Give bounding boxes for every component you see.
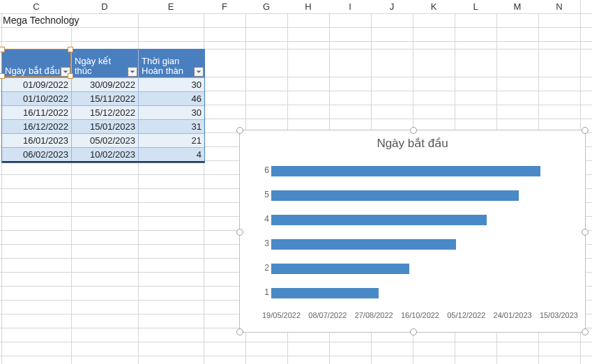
table-row[interactable]: 16/12/202215/01/202331 — [2, 119, 204, 133]
chart-x-axis: 19/05/202208/07/202227/08/202216/10/2022… — [262, 311, 578, 325]
table-cell[interactable]: 21 — [139, 133, 204, 147]
table-row[interactable]: 01/09/202230/09/202230 — [2, 77, 204, 91]
chart-bar[interactable] — [271, 190, 519, 201]
chart-bar[interactable] — [271, 239, 456, 250]
chart-x-tick: 05/12/2022 — [447, 311, 485, 325]
resize-handle-icon[interactable] — [582, 127, 589, 134]
col-header[interactable]: J — [371, 0, 413, 13]
table-row[interactable]: 16/11/202215/12/202230 — [2, 105, 204, 119]
col-header[interactable]: F — [204, 0, 245, 13]
table-cell[interactable]: 01/09/2022 — [2, 77, 72, 91]
header-label: Ngày bắt đầu — [5, 66, 60, 76]
table-row[interactable]: 06/02/202310/02/20234 — [2, 147, 204, 162]
chart-bar[interactable] — [271, 264, 409, 274]
col-header[interactable]: E — [138, 0, 204, 13]
table-cell[interactable]: 30 — [139, 105, 204, 119]
chart-bar[interactable] — [271, 215, 487, 225]
resize-handle-icon[interactable] — [582, 328, 589, 335]
resize-handle-icon[interactable] — [236, 127, 243, 134]
chart-x-tick: 19/05/2022 — [262, 311, 301, 325]
table-cell[interactable]: 4 — [139, 147, 204, 161]
chart-plot-area[interactable] — [271, 158, 577, 304]
table-cell[interactable]: 16/11/2022 — [2, 105, 72, 119]
table-header-start[interactable]: Ngày bắt đầu — [2, 50, 72, 77]
col-header[interactable]: K — [413, 0, 455, 13]
header-label: Thời gian Hoàn thàn — [142, 56, 195, 76]
table-cell[interactable]: 15/01/2023 — [72, 119, 139, 133]
title-cell[interactable]: Mega Technology — [1, 14, 79, 27]
table-cell[interactable]: 46 — [139, 91, 204, 105]
data-table: Ngày bắt đầu Ngày kết thúc Thời gian Hoà… — [1, 49, 205, 163]
col-header[interactable]: L — [455, 0, 496, 13]
table-cell[interactable]: 16/12/2022 — [2, 119, 72, 133]
table-cell[interactable]: 10/02/2023 — [72, 147, 139, 161]
filter-dropdown-icon[interactable] — [61, 67, 70, 77]
chart-bar[interactable] — [271, 288, 379, 298]
col-header[interactable]: D — [71, 0, 138, 13]
table-cell[interactable]: 15/11/2022 — [72, 91, 139, 105]
resize-handle-icon[interactable] — [582, 229, 589, 236]
table-row[interactable]: 01/10/202215/11/202246 — [2, 91, 204, 105]
resize-handle-icon[interactable] — [236, 328, 243, 335]
col-header[interactable]: N — [538, 0, 580, 13]
chart-bar[interactable] — [271, 166, 540, 176]
table-header-end[interactable]: Ngày kết thúc — [72, 50, 139, 77]
resize-handle-icon[interactable] — [410, 127, 417, 134]
table-cell[interactable]: 16/01/2023 — [2, 133, 72, 147]
header-label: Ngày kết thúc — [75, 56, 128, 76]
table-cell[interactable]: 06/02/2023 — [2, 147, 72, 161]
chart-x-tick: 15/03/2023 — [540, 311, 578, 325]
table-cell[interactable]: 30/09/2022 — [72, 77, 139, 91]
chart-x-tick: 08/07/2022 — [308, 311, 347, 325]
table-cell[interactable]: 05/02/2023 — [72, 133, 139, 147]
table-cell[interactable]: 15/12/2022 — [72, 105, 139, 119]
filter-dropdown-icon[interactable] — [194, 67, 204, 77]
table-cell[interactable]: 30 — [139, 77, 204, 91]
chart-x-tick: 24/01/2023 — [494, 311, 532, 325]
table-row[interactable]: 16/01/202305/02/202321 — [2, 133, 204, 147]
table-cell[interactable]: 01/10/2022 — [2, 91, 72, 105]
chart-x-tick: 27/08/2022 — [355, 311, 393, 325]
col-header[interactable]: H — [287, 0, 329, 13]
table-cell[interactable]: 31 — [139, 119, 204, 133]
chart-y-tick: 6 — [261, 165, 269, 175]
filter-dropdown-icon[interactable] — [128, 67, 137, 77]
chart-y-tick: 3 — [261, 238, 269, 248]
col-header[interactable]: M — [496, 0, 538, 13]
chart-y-tick: 4 — [261, 214, 269, 224]
chart-y-tick: 5 — [261, 190, 269, 199]
col-header[interactable]: C — [1, 0, 71, 13]
resize-handle-icon[interactable] — [410, 328, 417, 335]
resize-handle-icon[interactable] — [236, 229, 243, 236]
chart-y-tick: 2 — [261, 263, 269, 273]
table-header-duration[interactable]: Thời gian Hoàn thàn — [139, 50, 204, 77]
chart-y-tick: 1 — [261, 287, 269, 297]
chart-title[interactable]: Ngày bắt đầu — [240, 136, 585, 151]
col-header[interactable]: I — [329, 0, 371, 13]
chart-object[interactable]: Ngày bắt đầu 19/05/202208/07/202227/08/2… — [239, 130, 586, 333]
col-header[interactable]: G — [245, 0, 287, 13]
chart-x-tick: 16/10/2022 — [401, 311, 439, 325]
